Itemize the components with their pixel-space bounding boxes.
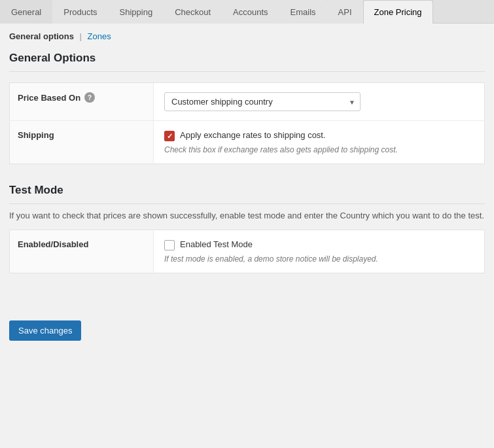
shipping-field-cell: Apply exchange rates to shipping cost. C… [154, 121, 485, 164]
enabled-test-mode-checkbox[interactable] [164, 240, 175, 250]
shipping-description: Check this box if exchange rates also ge… [164, 145, 476, 154]
price-based-on-label-cell: Price Based On ? [10, 83, 154, 121]
shipping-label: Shipping [18, 130, 54, 140]
enabled-disabled-label-cell: Enabled/Disabled [10, 230, 154, 273]
price-based-on-field-cell: Customer shipping country Customer billi… [154, 83, 485, 121]
price-based-on-help-icon[interactable]: ? [84, 92, 95, 103]
tab-checkout[interactable]: Checkout [164, 0, 222, 24]
price-based-on-select-wrapper: Customer shipping country Customer billi… [164, 92, 361, 111]
content-area: General options | Zones General Options … [0, 24, 494, 301]
enabled-test-mode-label: Enabled Test Mode [180, 239, 253, 249]
bottom-bar: Save changes [0, 301, 494, 347]
shipping-checkbox-row: Apply exchange rates to shipping cost. [164, 130, 476, 141]
tab-products[interactable]: Products [52, 0, 108, 24]
price-based-on-select[interactable]: Customer shipping country Customer billi… [164, 92, 361, 111]
general-options-table: Price Based On ? Customer shipping count… [9, 82, 485, 164]
price-based-on-label: Price Based On [18, 93, 80, 103]
shipping-row: Shipping Apply exchange rates to shippin… [10, 121, 485, 164]
tabs-bar: General Products Shipping Checkout Accou… [0, 0, 494, 24]
subnav-zones-link[interactable]: Zones [88, 31, 111, 41]
subnav-separator: | [80, 31, 82, 41]
test-mode-description: If you want to check that prices are sho… [9, 211, 485, 220]
test-mode-heading: Test Mode [9, 184, 485, 204]
tab-shipping[interactable]: Shipping [109, 0, 164, 24]
test-mode-table: Enabled/Disabled Enabled Test Mode If te… [9, 230, 485, 273]
shipping-checkbox-label: Apply exchange rates to shipping cost. [180, 130, 326, 140]
tab-general[interactable]: General [0, 0, 52, 24]
save-changes-button[interactable]: Save changes [9, 320, 81, 341]
subnav-active: General options [9, 31, 74, 41]
enabled-disabled-checkbox-row: Enabled Test Mode [164, 239, 476, 250]
enabled-disabled-field-cell: Enabled Test Mode If test mode is enable… [154, 230, 485, 273]
shipping-checkbox[interactable] [164, 131, 175, 141]
tab-zone-pricing[interactable]: Zone Pricing [363, 0, 433, 24]
tab-accounts[interactable]: Accounts [222, 0, 279, 24]
test-mode-section: Test Mode If you want to check that pric… [9, 184, 485, 273]
sub-nav: General options | Zones [9, 31, 485, 41]
shipping-label-cell: Shipping [10, 121, 154, 164]
enabled-test-mode-description: If test mode is enabled, a demo store no… [164, 254, 476, 264]
price-based-on-row: Price Based On ? Customer shipping count… [10, 83, 485, 121]
enabled-disabled-row: Enabled/Disabled Enabled Test Mode If te… [10, 230, 485, 273]
general-options-heading: General Options [9, 52, 485, 72]
tab-api[interactable]: API [327, 0, 363, 24]
tab-emails[interactable]: Emails [279, 0, 327, 24]
enabled-disabled-label: Enabled/Disabled [18, 239, 88, 249]
